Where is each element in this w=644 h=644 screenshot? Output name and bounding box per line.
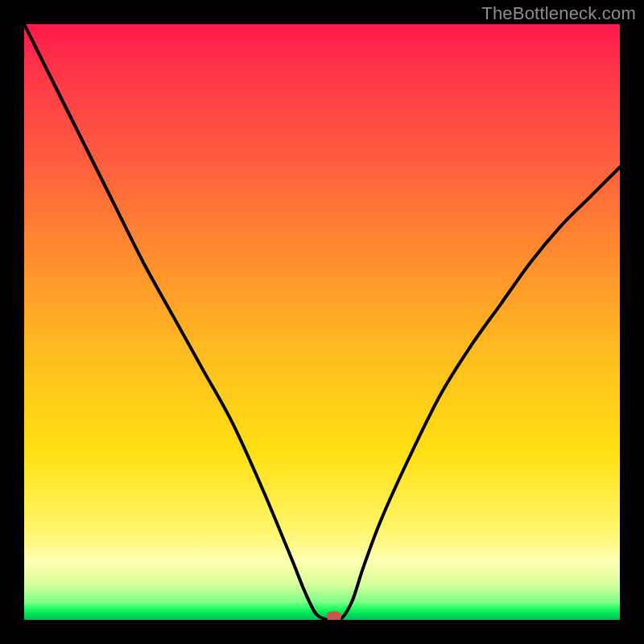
plot-area — [24, 24, 620, 620]
curve-svg — [24, 24, 620, 620]
watermark-text: TheBottleneck.com — [481, 3, 636, 24]
optimal-point-marker — [327, 612, 341, 620]
bottleneck-curve — [24, 24, 620, 620]
chart-frame: TheBottleneck.com — [0, 0, 644, 644]
